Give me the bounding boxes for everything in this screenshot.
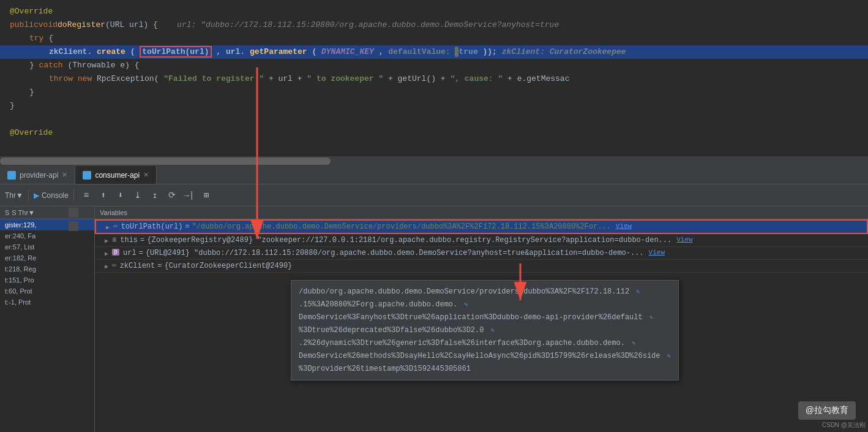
frame-item-3[interactable]: er:182, Re — [0, 252, 94, 263]
toolbar-arrow-btn[interactable]: →| — [182, 188, 196, 203]
tab-close-provider[interactable]: ✕ — [62, 171, 67, 179]
variables-panel: Variables ▶ ∞ toUrlPath(url) = "/dubbo/o… — [95, 207, 868, 432]
toolbar-step-out-btn[interactable]: ↥ — [148, 188, 162, 203]
horizontal-scrollbar[interactable] — [0, 156, 868, 166]
frame-item-5[interactable]: t:151, Pro — [0, 275, 94, 286]
tab-close-consumer[interactable]: ✕ — [143, 171, 149, 179]
watermark-main: @拉勾教育 — [806, 405, 848, 416]
var-item-1[interactable]: ▶ ≡ this = {ZookeeperRegistry@2489} "zoo… — [95, 234, 868, 247]
frames-label[interactable]: Thr▼ — [5, 191, 23, 200]
tooltip-line-4: .2%26dynamic%3Dtrue%26generic%3Dfalse%26… — [299, 337, 671, 350]
var-value-1: {ZookeeperRegistry@2489} "zookeeper://12… — [147, 236, 672, 244]
console-label[interactable]: ▶ Console — [34, 191, 69, 200]
var-name-1: this — [120, 236, 138, 244]
frame-item-7[interactable]: t:-1, Prot — [0, 297, 94, 308]
toolbar-down-btn[interactable]: ⬇ — [113, 188, 128, 203]
var-value-2: {URL@2491} "dubbo://172.18.112.15:20880/… — [146, 249, 644, 257]
tooltip-line-6: %3Dprovider%26timestamp%3D1592445305861 — [299, 363, 671, 375]
code-line-empty — [0, 113, 868, 126]
code-line-2: public void doRegister (URL url) { url: … — [0, 18, 868, 32]
var-icon-this: ≡ — [112, 236, 116, 244]
edit-icon-5[interactable]: ✎ — [667, 353, 671, 360]
edit-icon-2[interactable]: ✎ — [649, 314, 653, 321]
var-tooltip: /dubbo/org.apache.dubbo.demo.DemoService… — [291, 280, 679, 381]
tooltip-line-5: DemoService%26methods%3DsayHello%2CsayHe… — [299, 350, 671, 363]
file-java-icon-2 — [83, 171, 91, 180]
tab-label-consumer: consumer-api — [95, 171, 140, 180]
code-line-close-catch: } — [0, 86, 868, 99]
frames-header: S S Thr▼ — [0, 207, 94, 219]
var-icon-0: ∞ — [113, 222, 118, 230]
tab-consumer-api[interactable]: consumer-api ✕ — [75, 166, 157, 184]
frame-item-4[interactable]: t:218, Reg — [0, 263, 94, 275]
var-item-3[interactable]: ▶ ∞ zkClient = {CuratorZookeeperClient@2… — [95, 260, 868, 273]
toolbar-menu-btn[interactable]: ≡ — [79, 188, 94, 203]
var-value-0: "/dubbo/org.apache.dubbo.demo.DemoServic… — [192, 222, 611, 231]
view-link-2[interactable]: View — [649, 249, 665, 256]
frame-item-2[interactable]: er:57, List — [0, 241, 94, 252]
expand-arrow-1[interactable]: ▶ — [105, 237, 108, 244]
tab-label-provider: provider-api — [20, 171, 58, 180]
edit-icon-1[interactable]: ✎ — [464, 301, 468, 308]
toolbar-up-btn[interactable]: ⬆ — [96, 188, 111, 203]
toolbar-divider-1 — [28, 189, 29, 202]
var-item-2[interactable]: ▶ p url = {URL@2491} "dubbo://172.18.112… — [95, 247, 868, 260]
code-line-1: @Override — [0, 5, 868, 18]
code-line-try: try { — [0, 32, 868, 45]
view-link-1[interactable]: View — [676, 236, 692, 243]
toolbar-divider-2 — [73, 189, 74, 202]
toolbar-step-over-btn[interactable]: ⤓ — [130, 188, 145, 203]
frames-thread-label[interactable]: S Thr▼ — [12, 209, 35, 216]
code-line-close-method: } — [0, 99, 868, 113]
tooltip-line-3: %3Dtrue%26deprecated%3Dfalse%26dubbo%3D2… — [299, 324, 671, 337]
csdn-badge: CSDN @吴法刚 — [822, 421, 866, 430]
toolbar-refresh-btn[interactable]: ⟳ — [165, 188, 179, 203]
var-name-3: zkClient — [120, 262, 155, 270]
var-name-2: url — [123, 249, 137, 257]
view-link-0[interactable]: View — [616, 222, 632, 230]
toolbar-grid-btn[interactable]: ⊞ — [199, 188, 214, 203]
code-line-annotation2: @Override — [0, 126, 868, 140]
expand-arrow-0[interactable]: ▶ — [106, 224, 110, 231]
code-line-catch: } catch (Throwable e) { — [0, 59, 868, 72]
expand-arrow-2[interactable]: ▶ — [105, 250, 108, 257]
code-line-zkclient: zkClient. create ( toUrlPath(url) , url.… — [0, 45, 868, 59]
scrollbar-thumb[interactable] — [0, 157, 331, 165]
file-java-icon — [7, 171, 16, 180]
var-icon-p: p — [112, 249, 119, 256]
tooltip-line-0: /dubbo/org.apache.dubbo.demo.DemoService… — [299, 286, 671, 298]
variables-header: Variables — [95, 207, 868, 219]
edit-icon-4[interactable]: ✎ — [632, 340, 635, 347]
debug-panels: S S Thr▼ gister:129, er:240, Fa er:57, L… — [0, 207, 868, 432]
frame-item-6[interactable]: t:60, Prot — [0, 286, 94, 297]
tabs-bar: provider-api ✕ consumer-api ✕ — [0, 166, 868, 184]
frames-icons — [67, 207, 80, 232]
var-value-3: {CuratorZookeeperClient@2490} — [164, 262, 292, 270]
var-icon-3: ∞ — [112, 262, 116, 269]
edit-icon-0[interactable]: ✎ — [636, 289, 640, 295]
debugger-toolbar: Thr▼ ▶ Console ≡ ⬆ ⬇ ⤓ ↥ ⟳ →| ⊞ — [0, 184, 868, 207]
var-name-0: toUrlPath(url) — [121, 222, 183, 231]
code-line-throw: throw new RpcException( "Failed to regis… — [0, 72, 868, 86]
frame-item-0[interactable]: gister:129, — [0, 219, 94, 230]
code-editor: @Override public void doRegister (URL ur… — [0, 0, 868, 156]
annotation-override: @Override — [10, 5, 53, 18]
frame-icon-0 — [69, 208, 78, 218]
tab-provider-api[interactable]: provider-api ✕ — [0, 166, 75, 184]
expand-arrow-3[interactable]: ▶ — [105, 263, 108, 270]
frame-icon-1 — [69, 221, 78, 231]
watermark: @拉勾教育 — [798, 401, 856, 420]
tooltip-line-2: DemoService%3Fanyhost%3Dtrue%26applicati… — [299, 311, 671, 324]
frames-panel: S S Thr▼ gister:129, er:240, Fa er:57, L… — [0, 207, 95, 432]
edit-icon-3[interactable]: ✎ — [491, 327, 495, 334]
tooltip-line-1: .15%3A20880%2Forg.apache.dubbo.demo. ✎ — [299, 298, 671, 311]
var-item-0[interactable]: ▶ ∞ toUrlPath(url) = "/dubbo/org.apache.… — [95, 219, 868, 234]
frame-item-1[interactable]: er:240, Fa — [0, 230, 94, 241]
